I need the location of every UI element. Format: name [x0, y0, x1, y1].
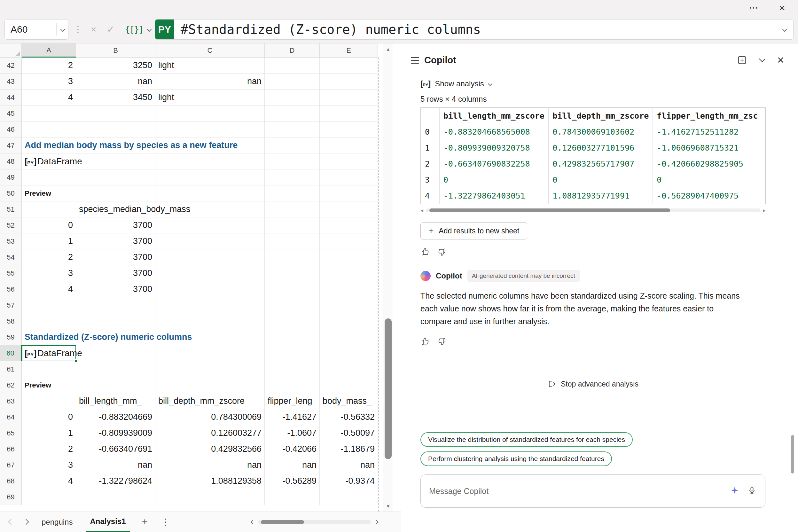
cell-E47[interactable]	[320, 137, 378, 153]
cell-D49[interactable]	[265, 169, 320, 186]
vertical-scrollbar[interactable]: ▴ ▾	[383, 43, 393, 512]
thumbs-up-icon[interactable]	[420, 247, 430, 257]
cell-D51[interactable]	[265, 202, 320, 217]
row-header-53[interactable]: 53	[0, 233, 22, 249]
scroll-up-icon[interactable]: ▴	[383, 44, 393, 54]
cell-B57[interactable]	[76, 297, 155, 313]
row-header-57[interactable]: 57	[0, 297, 22, 313]
cell-A47[interactable]: Add median body mass by species as a new…	[22, 137, 76, 153]
cell-A58[interactable]	[22, 313, 76, 329]
row-header-46[interactable]: 46	[0, 121, 22, 137]
cell-D59[interactable]	[265, 329, 320, 345]
table-scrollbar-thumb[interactable]	[430, 208, 670, 212]
cell-C67[interactable]: nan	[155, 457, 265, 473]
cell-A53[interactable]: 1	[22, 233, 76, 249]
cell-D48[interactable]	[265, 153, 320, 169]
scroll-left-icon[interactable]	[251, 519, 255, 524]
cell-D54[interactable]	[265, 249, 320, 265]
cell-D61[interactable]	[265, 361, 320, 377]
cell-E63[interactable]: body_mass_	[320, 393, 378, 409]
row-header-51[interactable]: 51	[0, 202, 22, 217]
cell-A43[interactable]: 3	[22, 74, 76, 90]
col-header-C[interactable]: C	[155, 43, 265, 58]
cell-A56[interactable]: 4	[22, 281, 76, 297]
microphone-icon[interactable]	[747, 486, 757, 496]
cell-D44[interactable]	[265, 90, 320, 106]
cell-A50[interactable]: Preview	[22, 186, 76, 202]
cell-E57[interactable]	[320, 297, 378, 313]
collapse-panel-icon[interactable]	[757, 55, 767, 65]
cell-B53[interactable]: 3700	[76, 233, 155, 249]
row-header-44[interactable]: 44	[0, 90, 22, 106]
cell-E61[interactable]	[320, 361, 378, 377]
horizontal-scrollbar-thumb[interactable]	[261, 520, 304, 524]
row-header-58[interactable]: 58	[0, 313, 22, 329]
prev-sheet-icon[interactable]	[8, 519, 14, 525]
row-header-56[interactable]: 56	[0, 281, 22, 297]
cell-D62[interactable]	[265, 377, 320, 393]
cell-D64[interactable]: -1.41627	[265, 409, 320, 425]
cell-E46[interactable]	[320, 121, 378, 137]
cell-D47[interactable]	[265, 137, 320, 153]
cell-B52[interactable]: 3700	[76, 217, 155, 233]
cell-C48[interactable]	[155, 153, 265, 169]
cell-A51[interactable]	[22, 202, 76, 217]
cell-E42[interactable]	[320, 58, 378, 74]
scroll-right-icon[interactable]	[374, 519, 379, 524]
thumbs-down-icon[interactable]	[437, 337, 446, 346]
cell-A46[interactable]	[22, 121, 76, 137]
cell-D57[interactable]	[265, 297, 320, 313]
cell-B56[interactable]: 3700	[76, 281, 155, 297]
cell-D67[interactable]: nan	[265, 457, 320, 473]
thumbs-up-icon[interactable]	[420, 337, 430, 346]
cell-E48[interactable]	[320, 153, 378, 169]
add-results-button[interactable]: + Add results to new sheet	[420, 222, 527, 240]
cell-E67[interactable]: nan	[320, 457, 378, 473]
row-header-55[interactable]: 55	[0, 265, 22, 281]
row-header-54[interactable]: 54	[0, 249, 22, 265]
cell-C69[interactable]	[155, 489, 265, 505]
vertical-scrollbar-thumb[interactable]	[385, 319, 392, 459]
copilot-sparkle-icon[interactable]	[730, 486, 740, 496]
suggestion-pill[interactable]: Perform clustering analysis using the st…	[420, 452, 612, 466]
cell-D50[interactable]	[265, 186, 320, 202]
row-header-62[interactable]: 62	[0, 377, 22, 393]
table-scroll-right-icon[interactable]: ▸	[763, 207, 766, 214]
sheet-tab-analysis1[interactable]: Analysis1	[86, 512, 130, 532]
cell-E43[interactable]	[320, 74, 378, 90]
cell-A59[interactable]: Standardized (Z-score) numeric columns	[22, 329, 76, 345]
cell-C64[interactable]: 0.784300069	[155, 409, 265, 425]
confirm-entry-icon[interactable]: ✓	[103, 24, 118, 35]
cell-E66[interactable]: -1.18679	[320, 441, 378, 457]
cell-E56[interactable]	[320, 281, 378, 297]
cell-B42[interactable]: 3250	[76, 58, 155, 74]
formula-bar-expand-icon[interactable]	[783, 28, 793, 31]
horizontal-scrollbar[interactable]	[251, 512, 378, 532]
cell-C46[interactable]	[155, 121, 265, 137]
cell-A67[interactable]: 3	[22, 457, 76, 473]
window-close-icon[interactable]: ×	[779, 2, 785, 13]
row-header-61[interactable]: 61	[0, 361, 22, 377]
cell-A63[interactable]	[22, 393, 76, 409]
thumbs-down-icon[interactable]	[437, 247, 446, 257]
row-header-52[interactable]: 52	[0, 217, 22, 233]
cell-D55[interactable]	[265, 265, 320, 281]
cell-D52[interactable]	[265, 217, 320, 233]
cell-E53[interactable]	[320, 233, 378, 249]
cell-D56[interactable]	[265, 281, 320, 297]
row-header-67[interactable]: 67	[0, 457, 22, 473]
cell-A49[interactable]	[22, 169, 76, 186]
cancel-entry-icon[interactable]: ×	[88, 24, 100, 35]
sheet-tab-penguins[interactable]: penguins	[38, 512, 76, 532]
table-scrollbar-track[interactable]	[426, 208, 760, 212]
cell-E54[interactable]	[320, 249, 378, 265]
cell-E60[interactable]	[320, 345, 378, 361]
formula-input[interactable]: PY #Standardized (Z-score) numeric colum…	[155, 19, 794, 40]
cell-C68[interactable]: 1.088129358	[155, 473, 265, 489]
cell-C66[interactable]: 0.429832566	[155, 441, 265, 457]
cell-A57[interactable]	[22, 297, 76, 313]
suggestion-pill[interactable]: Visualize the distribution of standardiz…	[420, 432, 633, 447]
cell-E55[interactable]	[320, 265, 378, 281]
cell-A62[interactable]: Preview	[22, 377, 76, 393]
cell-C57[interactable]	[155, 297, 265, 313]
